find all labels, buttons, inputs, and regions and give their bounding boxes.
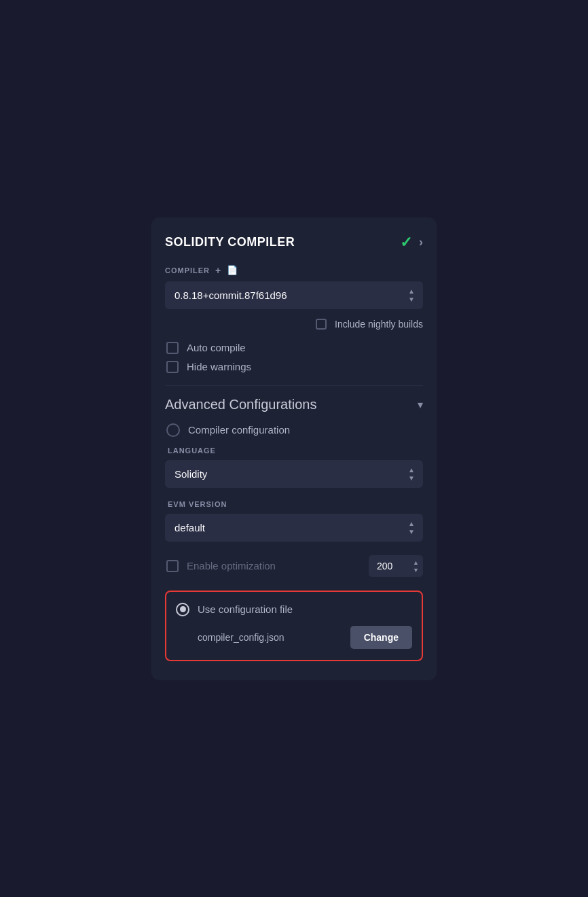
compiler-config-radio-row: Compiler configuration: [165, 423, 423, 437]
header-icons: ✓ ›: [400, 234, 423, 251]
optimization-row: Enable optimization ▲ ▼: [165, 555, 423, 577]
hide-warnings-row: Hide warnings: [165, 361, 423, 373]
auto-compile-row: Auto compile: [165, 342, 423, 354]
check-icon: ✓: [400, 234, 412, 251]
language-section-label: LANGUAGE: [165, 446, 423, 455]
optimization-label: Enable optimization: [187, 560, 361, 571]
use-config-label: Use configuration file: [198, 603, 293, 615]
advanced-configurations-header[interactable]: Advanced Configurations ▾: [165, 397, 423, 412]
use-config-radio-row: Use configuration file: [176, 603, 412, 616]
use-config-file-section: Use configuration file compiler_config.j…: [165, 591, 423, 661]
plus-icon[interactable]: +: [215, 265, 221, 276]
optimization-checkbox[interactable]: [166, 560, 179, 572]
nightly-builds-label: Include nightly builds: [335, 319, 423, 330]
panel-header: SOLIDITY COMPILER ✓ ›: [165, 234, 423, 251]
nightly-builds-row: Include nightly builds: [165, 319, 423, 330]
compiler-version-select-wrapper[interactable]: 0.8.18+commit.87f61d96 ▲ ▼: [165, 281, 423, 309]
use-config-radio[interactable]: [176, 603, 189, 616]
config-filename: compiler_config.json: [198, 632, 284, 643]
compiler-label-text: COMPILER: [165, 266, 210, 275]
compiler-config-label: Compiler configuration: [188, 424, 290, 436]
language-select-wrapper[interactable]: Solidity ▲ ▼: [165, 460, 423, 488]
optimization-value-input[interactable]: [369, 555, 423, 577]
compiler-section-label: COMPILER + 📄: [165, 265, 423, 276]
divider: [165, 385, 423, 386]
advanced-title: Advanced Configurations: [165, 397, 316, 412]
compiler-version-select[interactable]: 0.8.18+commit.87f61d96: [165, 281, 423, 309]
hide-warnings-label: Hide warnings: [187, 361, 251, 372]
chevron-right-icon[interactable]: ›: [419, 235, 423, 249]
advanced-chevron-icon: ▾: [418, 398, 423, 411]
hide-warnings-checkbox[interactable]: [166, 361, 179, 373]
evm-select-wrapper[interactable]: default ▲ ▼: [165, 514, 423, 542]
evm-select[interactable]: default: [165, 514, 423, 542]
nightly-builds-checkbox[interactable]: [316, 319, 327, 330]
doc-icon[interactable]: 📄: [227, 265, 238, 275]
change-button[interactable]: Change: [350, 626, 412, 649]
auto-compile-checkbox[interactable]: [166, 342, 179, 354]
evm-section-label: EVM VERSION: [165, 500, 423, 508]
auto-compile-label: Auto compile: [187, 342, 246, 353]
language-select[interactable]: Solidity: [165, 460, 423, 488]
config-file-row: compiler_config.json Change: [176, 626, 412, 649]
solidity-compiler-panel: SOLIDITY COMPILER ✓ › COMPILER + 📄 0.8.1…: [151, 217, 437, 680]
optimization-value-wrapper[interactable]: ▲ ▼: [369, 555, 423, 577]
panel-title: SOLIDITY COMPILER: [165, 235, 295, 249]
compiler-config-radio[interactable]: [166, 423, 180, 437]
